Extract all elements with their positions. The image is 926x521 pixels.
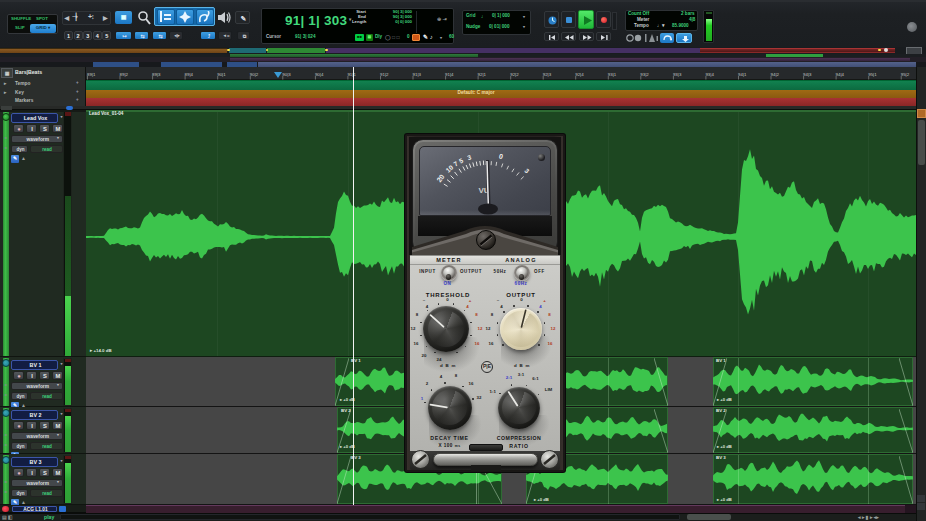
svg-text:0: 0 [498,152,504,160]
svg-text:5: 5 [458,156,465,164]
svg-text:10: 10 [444,163,454,173]
svg-text:3: 3 [466,153,472,161]
svg-text:20: 20 [435,172,445,183]
svg-text:3: 3 [523,166,531,174]
